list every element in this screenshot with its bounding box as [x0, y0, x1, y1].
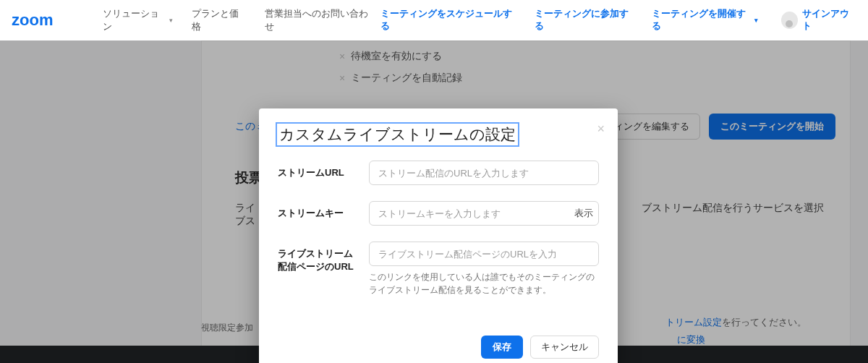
- form-row-page-url: ライブストリーム配信ページのURL このリンクを使用している人は誰でもそのミーテ…: [278, 242, 599, 296]
- chevron-down-icon: ▾: [754, 17, 758, 24]
- user-menu[interactable]: サインアウト: [781, 8, 856, 33]
- nav-right: ミーティングをスケジュールする ミーティングに参加する ミーティングを開催する …: [380, 8, 856, 33]
- zoom-logo[interactable]: zoom: [12, 12, 78, 29]
- logo-text-svg: zoom: [12, 12, 53, 29]
- stream-url-input[interactable]: [369, 161, 599, 185]
- custom-livestream-modal: カスタムライブストリームの設定 × ストリームURL ストリームキー 表示 ライ…: [259, 108, 618, 363]
- modal-actions: 保存 キャンセル: [278, 336, 599, 359]
- avatar: [781, 12, 798, 29]
- chevron-down-icon: ▾: [169, 17, 173, 24]
- nav-left: ソリューション ▾ プランと価格 営業担当へのお問い合わせ: [103, 7, 373, 33]
- page-url-helper: このリンクを使用している人は誰でもそのミーティングのライブストリーム配信を見るこ…: [369, 270, 599, 296]
- nav-label: ミーティングをスケジュールする: [380, 8, 516, 33]
- stream-url-label: ストリームURL: [278, 161, 357, 179]
- nav-item-schedule-meeting[interactable]: ミーティングをスケジュールする: [380, 8, 516, 33]
- nav-label: ソリューション: [103, 7, 166, 33]
- form-row-stream-key: ストリームキー 表示: [278, 201, 599, 226]
- cancel-button[interactable]: キャンセル: [530, 336, 599, 359]
- modal-close-button[interactable]: ×: [597, 121, 605, 137]
- signout-link[interactable]: サインアウト: [802, 8, 856, 33]
- nav-item-plans-pricing[interactable]: プランと価格: [192, 7, 246, 33]
- nav-label: プランと価格: [192, 7, 246, 33]
- modal-title: カスタムライブストリームの設定: [278, 124, 517, 145]
- save-button[interactable]: 保存: [481, 336, 523, 359]
- nav-label: 営業担当へのお問い合わせ: [265, 7, 374, 33]
- show-key-button[interactable]: 表示: [574, 208, 593, 220]
- nav-label: ミーティングを開催する: [652, 8, 752, 33]
- form-row-stream-url: ストリームURL: [278, 161, 599, 185]
- close-icon: ×: [597, 121, 605, 136]
- nav-item-contact-sales[interactable]: 営業担当へのお問い合わせ: [265, 7, 374, 33]
- page-url-input[interactable]: [369, 242, 599, 266]
- stream-key-input[interactable]: [369, 201, 599, 226]
- nav-item-join-meeting[interactable]: ミーティングに参加する: [535, 8, 634, 33]
- stream-key-label: ストリームキー: [278, 201, 357, 220]
- nav-label: ミーティングに参加する: [535, 8, 634, 33]
- top-nav: zoom ソリューション ▾ プランと価格 営業担当へのお問い合わせ ミーティン…: [0, 0, 868, 40]
- nav-item-solutions[interactable]: ソリューション ▾: [103, 7, 173, 33]
- page-url-label: ライブストリーム配信ページのURL: [278, 242, 357, 273]
- nav-item-host-meeting[interactable]: ミーティングを開催する ▾: [652, 8, 758, 33]
